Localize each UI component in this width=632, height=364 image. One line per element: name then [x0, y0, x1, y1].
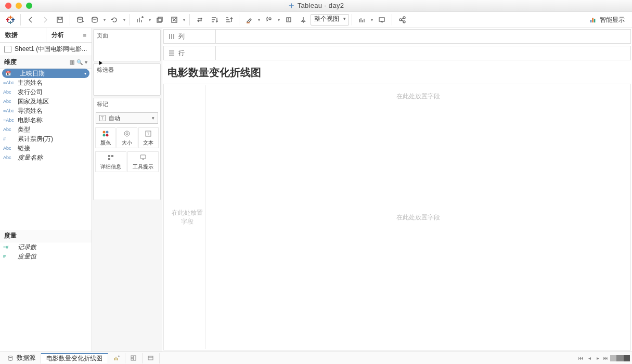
new-worksheet-button[interactable]	[133, 14, 147, 26]
show-me-button[interactable]: 智能显示	[585, 14, 629, 26]
last-sheet-button[interactable]: ⏭	[602, 355, 610, 361]
svg-point-27	[106, 134, 108, 136]
columns-label: 列	[164, 30, 216, 43]
close-window[interactable]	[5, 3, 11, 9]
datasource-item[interactable]: Sheet1 (中国电影网电影...	[0, 43, 92, 56]
clear-button[interactable]	[167, 14, 182, 26]
save-button[interactable]	[53, 14, 67, 26]
svg-rect-9	[12, 18, 14, 22]
rows-shelf[interactable]: 行	[163, 46, 631, 60]
field-record-count[interactable]: =#记录数	[0, 242, 92, 252]
field-measure-values[interactable]: #度量值	[0, 252, 92, 261]
view-list-icon[interactable]: ▥	[70, 59, 74, 65]
calendar-icon: 📅	[5, 71, 17, 76]
show-cards-button[interactable]	[355, 14, 369, 26]
abc-icon: =Abc	[3, 118, 15, 123]
clear-dropdown[interactable]	[182, 18, 187, 22]
mouse-cursor	[98, 57, 103, 64]
field-link[interactable]: Abc链接	[0, 144, 92, 153]
field-actor-name[interactable]: =Abc主演姓名	[0, 78, 92, 87]
fit-selector[interactable]: 整个视图	[311, 14, 349, 25]
new-worksheet-icon	[113, 355, 120, 361]
viz-drop-area[interactable]: 在此处放置字段 在此处放置字段 在此处放置字段	[163, 84, 631, 350]
datasource-tab[interactable]: 数据源	[2, 353, 41, 363]
new-worksheet-dropdown[interactable]	[147, 18, 152, 22]
new-datasource-button[interactable]	[73, 14, 87, 26]
field-measure-names[interactable]: Abc度量名称	[0, 153, 92, 162]
analytics-tab[interactable]: 分析	[46, 28, 92, 42]
drop-hint-top: 在此处放置字段	[396, 92, 440, 101]
first-sheet-button[interactable]: ⏮	[577, 355, 585, 361]
search-icon[interactable]: 🔍	[76, 59, 83, 65]
measures-list: =#记录数 #度量值	[0, 242, 92, 261]
mark-tooltip[interactable]: 工具提示	[127, 151, 159, 172]
forward-button[interactable]	[38, 14, 53, 26]
swap-button[interactable]	[192, 14, 207, 26]
sheet-tab-1[interactable]: 电影数量变化折线图	[41, 353, 108, 363]
label-button[interactable]	[281, 14, 296, 26]
show-me-icon	[589, 16, 597, 23]
presentation-button[interactable]	[375, 14, 389, 26]
field-genre[interactable]: Abc类型	[0, 125, 92, 134]
new-worksheet-tab[interactable]	[108, 353, 125, 363]
highlight-dropdown[interactable]	[256, 18, 262, 22]
new-dashboard-tab[interactable]	[125, 353, 143, 363]
mark-size[interactable]: 大小	[117, 127, 137, 148]
dim-menu-icon[interactable]: ▾	[85, 59, 87, 65]
pause-refresh-button[interactable]	[87, 14, 102, 26]
abc-icon: =Abc	[3, 80, 15, 85]
field-movie-name[interactable]: =Abc电影名称	[0, 115, 92, 125]
rows-icon	[168, 49, 175, 57]
field-director-name[interactable]: =Abc导演姓名	[0, 106, 92, 115]
svg-point-24	[102, 131, 105, 133]
mark-text[interactable]: T文本	[138, 127, 159, 148]
marks-card: 标记 自动 颜色 大小 T文本 详细信息 工具提示	[93, 98, 161, 200]
highlight-button[interactable]	[242, 14, 256, 26]
columns-icon	[168, 33, 175, 40]
field-country[interactable]: Abc国家及地区	[0, 97, 92, 106]
field-distributor[interactable]: Abc发行公司	[0, 87, 92, 97]
datasource-dropdown[interactable]	[102, 18, 107, 22]
group-dropdown[interactable]	[276, 18, 281, 22]
svg-rect-38	[131, 358, 133, 360]
share-button[interactable]	[395, 14, 409, 26]
prev-sheet-button[interactable]: ◂	[585, 355, 594, 361]
mark-type-selector[interactable]: 自动	[96, 112, 158, 124]
svg-rect-3	[8, 17, 12, 18]
data-tab[interactable]: 数据	[0, 28, 46, 42]
tableau-logo[interactable]	[3, 14, 18, 26]
filters-shelf[interactable]: 筛选器	[93, 63, 161, 96]
pages-shelf[interactable]: 页面	[93, 29, 161, 61]
dimensions-header: 维度 ▥🔍▾	[0, 56, 92, 69]
field-release-date[interactable]: 📅上映日期▾	[2, 69, 89, 78]
duplicate-button[interactable]	[152, 14, 167, 26]
field-box-office[interactable]: #累计票房(万)	[0, 134, 92, 144]
columns-shelf[interactable]: 列	[163, 29, 631, 44]
sort-asc-button[interactable]	[207, 14, 222, 26]
mark-color[interactable]: 颜色	[95, 127, 115, 148]
pin-button[interactable]	[296, 14, 311, 26]
svg-rect-7	[7, 18, 8, 22]
next-sheet-button[interactable]: ▸	[594, 355, 602, 361]
viz-title[interactable]: 电影数量变化折线图	[162, 61, 632, 83]
show-cards-dropdown[interactable]	[369, 18, 375, 22]
abc-icon: Abc	[3, 89, 15, 95]
tableau-icon	[288, 3, 294, 9]
shelves-pane: 页面 筛选器 标记 自动 颜色 大小 T文本 详细信息 工具提示	[92, 28, 162, 352]
svg-point-25	[106, 131, 108, 133]
minimize-window[interactable]	[16, 3, 22, 9]
drop-hint-center: 在此处放置字段	[396, 213, 440, 222]
refresh-dropdown[interactable]	[122, 18, 127, 22]
refresh-button[interactable]	[107, 14, 122, 26]
back-button[interactable]	[23, 14, 38, 26]
svg-rect-21	[590, 20, 592, 22]
new-story-icon	[148, 355, 154, 361]
mark-detail[interactable]: 详细信息	[95, 151, 126, 172]
new-story-tab[interactable]	[143, 353, 160, 363]
sheet-sorter[interactable]	[610, 355, 630, 361]
sort-desc-button[interactable]	[222, 14, 236, 26]
main-area: 数据 分析 Sheet1 (中国电影网电影... 维度 ▥🔍▾ 📅上映日期▾ =…	[0, 28, 632, 352]
zoom-window[interactable]	[26, 3, 32, 9]
chevron-down-icon[interactable]: ▾	[84, 71, 86, 76]
group-button[interactable]	[262, 14, 276, 26]
